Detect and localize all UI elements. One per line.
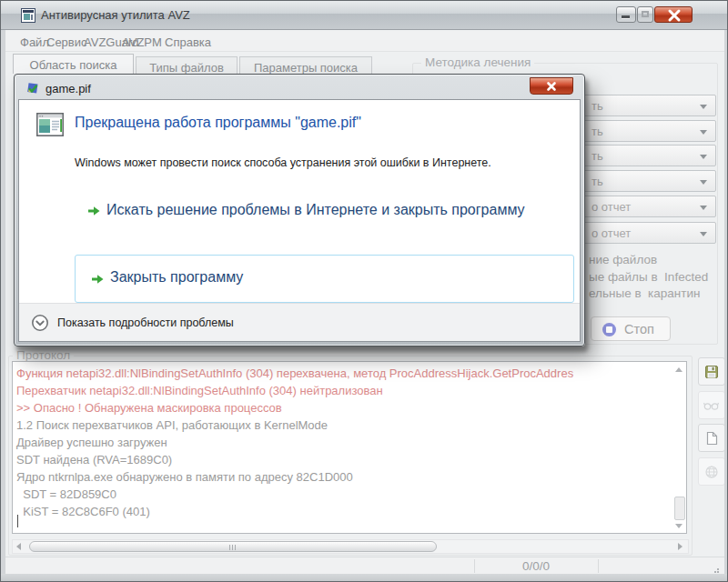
minimize-button[interactable] <box>616 6 636 23</box>
protocol-log[interactable]: Функция netapi32.dll:NlBindingSetAuthInf… <box>12 361 687 534</box>
log-line: Функция netapi32.dll:NlBindingSetAuthInf… <box>16 366 687 380</box>
minimize-icon <box>622 15 630 18</box>
scan-counter: 0/0/0 <box>474 559 598 573</box>
protocol-group-label: Протокол <box>13 348 74 362</box>
vertical-scroll-thumb[interactable] <box>674 497 685 520</box>
maximize-button[interactable] <box>637 6 653 23</box>
details-toggle-label[interactable]: Показать подробности проблемы <box>57 316 234 329</box>
treatment-option-label: ельные в карантин <box>589 286 700 300</box>
log-line: SDT найдена (RVA=1689C0) <box>16 453 687 467</box>
dialog-footer: Показать подробности проблемы <box>19 303 580 341</box>
close-icon <box>546 81 557 92</box>
stop-button-label: Стоп <box>624 322 654 336</box>
horizontal-scroll-thumb[interactable] <box>29 541 437 552</box>
dialog-description: Windows может провести поиск способа уст… <box>75 156 491 169</box>
menu-bar: Файл Сервис AVZGuard AVZPM Справка <box>5 31 724 52</box>
combo-value: ть <box>592 99 603 113</box>
close-icon <box>655 8 693 23</box>
web-search-button[interactable] <box>698 457 725 486</box>
command-arrow-icon <box>90 272 105 286</box>
combo-value: ть <box>592 149 603 163</box>
scroll-down-icon[interactable] <box>675 524 682 528</box>
dropdown-arrow-icon <box>700 206 707 210</box>
log-line: SDT = 82D859C0 <box>16 487 687 501</box>
title-bar: Антивирусная утилита AVZ <box>1 1 728 30</box>
tab-search-params[interactable]: Параметры поиска <box>239 56 372 74</box>
dropdown-arrow-icon <box>700 155 707 159</box>
window-title: Антивирусная утилита AVZ <box>41 8 190 22</box>
stop-button[interactable]: Стоп <box>591 316 671 341</box>
dialog-title-bar: game.pif <box>18 77 581 99</box>
chevron-down-icon[interactable] <box>31 314 49 332</box>
dropdown-arrow-icon <box>700 105 707 109</box>
tab-search-area[interactable]: Область поиска <box>13 54 134 74</box>
treatment-group-label: Методика лечения <box>421 55 534 69</box>
status-bar: 0/0/0 <box>5 557 724 574</box>
new-document-icon <box>705 431 718 446</box>
dialog-body: Прекращена работа программы "game.pif" W… <box>18 99 581 342</box>
new-document-button[interactable] <box>698 424 725 452</box>
dropdown-arrow-icon <box>700 232 707 236</box>
menu-avzpm[interactable]: AVZPM <box>119 35 165 50</box>
log-line: 1.2 Поиск перехватчиков API, работающих … <box>16 418 687 432</box>
horizontal-scrollbar[interactable] <box>12 539 689 554</box>
globe-icon <box>704 465 719 479</box>
combo-value: ть <box>592 125 603 138</box>
log-line: Драйвер успешно загружен <box>16 436 687 449</box>
search-solution-link[interactable]: Искать решение проблемы в Интернете и за… <box>106 198 534 222</box>
dropdown-arrow-icon <box>700 130 707 135</box>
thumb-grip-icon <box>229 545 237 550</box>
app-window-icon <box>21 8 35 23</box>
window-frame-right <box>724 30 728 574</box>
dialog-heading: Прекращена работа программы "game.pif" <box>75 115 361 131</box>
save-icon <box>704 365 719 379</box>
glasses-icon <box>703 400 720 411</box>
dropdown-arrow-icon <box>700 180 707 185</box>
scroll-up-icon[interactable] <box>675 367 682 372</box>
maximize-icon <box>642 11 649 17</box>
menu-help[interactable]: Справка <box>162 35 214 50</box>
log-line: Ядро ntkrnlpa.exe обнаружено в памяти по… <box>16 470 687 484</box>
combo-value: о отчет <box>592 226 631 240</box>
view-log-button[interactable] <box>698 391 725 419</box>
command-arrow-icon <box>86 204 101 218</box>
log-line: Перехватчик netapi32.dll:NlBindingSetAut… <box>16 384 687 397</box>
program-stopped-dialog: game.pif Прекращена работа программы "ga… <box>14 74 585 346</box>
tab-file-types[interactable]: Типы файлов <box>136 56 238 74</box>
close-program-link[interactable]: Закрыть программу <box>75 255 574 303</box>
close-program-label: Закрыть программу <box>110 269 243 286</box>
stop-icon <box>602 323 616 336</box>
combo-value: о отчет <box>592 200 631 214</box>
save-log-button[interactable] <box>698 357 725 386</box>
scroll-right-icon[interactable] <box>678 543 682 550</box>
resize-grip-icon[interactable] <box>717 568 719 570</box>
dialog-title: game.pif <box>46 82 91 95</box>
window-frame-left <box>1 30 5 574</box>
text-caret <box>17 515 18 527</box>
log-line: KiST = 82C8C6F0 (401) <box>16 505 687 518</box>
log-line: >> Опасно ! Обнаружена маскировка процес… <box>16 401 687 415</box>
treatment-option-label: ние файлов <box>589 253 657 266</box>
combo-value: ть <box>592 175 603 188</box>
close-button[interactable] <box>654 6 693 23</box>
program-window-icon <box>36 113 64 136</box>
window-frame-bottom <box>1 574 728 582</box>
treatment-option-label: ые файлы в Infected <box>589 270 708 284</box>
avz-logo-icon <box>25 81 40 95</box>
scroll-left-icon[interactable] <box>16 543 21 550</box>
dialog-close-button[interactable] <box>530 77 573 95</box>
avz-main-window: Антивирусная утилита AVZ Файл Сервис AVZ… <box>0 0 728 582</box>
